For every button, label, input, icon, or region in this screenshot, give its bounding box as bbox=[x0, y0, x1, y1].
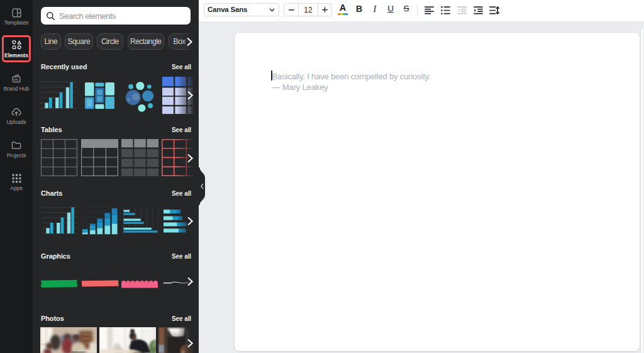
svg-text:co.: co. bbox=[14, 77, 19, 81]
